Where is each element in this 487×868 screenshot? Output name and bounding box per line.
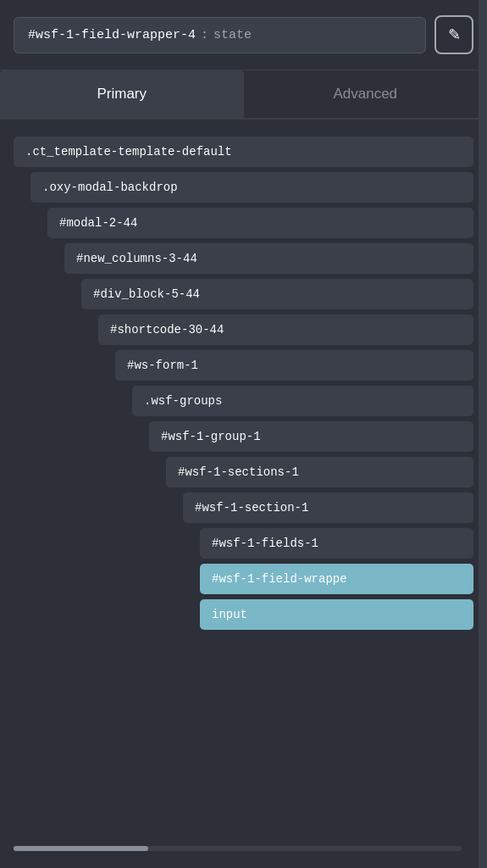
tab-primary[interactable]: Primary <box>0 70 244 118</box>
selector-display: #wsf-1-field-wrapper-4 : state <box>14 17 426 53</box>
breadcrumb-item[interactable]: .ct_template-template-default <box>14 136 473 167</box>
selector-text: #wsf-1-field-wrapper-4 <box>28 28 196 42</box>
breadcrumb-item[interactable]: #new_columns-3-44 <box>64 243 473 274</box>
breadcrumb-item[interactable]: #modal-2-44 <box>47 208 473 238</box>
edit-icon: ✎ <box>448 25 461 44</box>
breadcrumb-item[interactable]: #wsf-1-group-1 <box>149 421 473 452</box>
horizontal-scrollbar[interactable] <box>14 846 462 851</box>
right-scrollbar[interactable] <box>479 0 487 868</box>
breadcrumb-item[interactable]: #div_block-5-44 <box>81 279 473 309</box>
breadcrumb-item[interactable]: #wsf-1-fields-1 <box>200 528 473 559</box>
tab-primary-label: Primary <box>97 86 147 102</box>
breadcrumb-item[interactable]: #wsf-1-field-wrappe <box>200 564 473 594</box>
edit-button[interactable]: ✎ <box>434 15 473 54</box>
scrollbar-thumb <box>14 846 148 851</box>
breadcrumb-item[interactable]: input <box>200 599 473 630</box>
breadcrumb-item[interactable]: #wsf-1-section-1 <box>183 492 473 523</box>
selector-state: state <box>213 28 252 42</box>
breadcrumb-item[interactable]: #shortcode-30-44 <box>98 314 473 345</box>
breadcrumb-item[interactable]: #wsf-1-sections-1 <box>166 457 473 487</box>
selector-colon: : <box>201 28 208 42</box>
breadcrumb-item[interactable]: .wsf-groups <box>132 386 473 416</box>
tabs-container: Primary Advanced <box>0 70 487 120</box>
tab-advanced-label: Advanced <box>333 86 397 102</box>
top-bar: #wsf-1-field-wrapper-4 : state ✎ <box>0 0 487 70</box>
breadcrumb-item[interactable]: #ws-form-1 <box>115 350 473 381</box>
breadcrumb-item[interactable]: .oxy-modal-backdrop <box>30 172 473 203</box>
breadcrumb-list: .ct_template-template-default.oxy-modal-… <box>0 120 487 655</box>
tab-advanced[interactable]: Advanced <box>244 70 488 118</box>
